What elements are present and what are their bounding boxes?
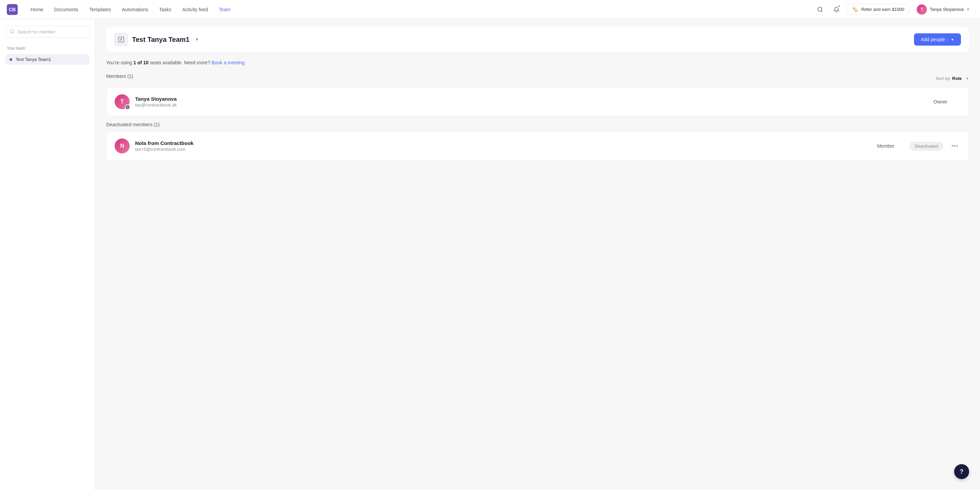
nav-links: Home Documents Templates Automations Tas… (26, 5, 814, 14)
deactivated-section-title: Deactivated members (1) (106, 122, 969, 127)
seats-prefix: You're using (106, 60, 134, 65)
avatar-info-badge: i (125, 105, 130, 110)
user-avatar: T (917, 5, 927, 14)
member-info-nola: Nola from Contractbook tas+5@contractboo… (135, 140, 872, 152)
seats-info: You're using 1 of 10 seats available. Ne… (106, 60, 969, 65)
user-name: Tanya Stoyanova (930, 7, 964, 12)
search-input[interactable] (18, 29, 85, 34)
book-meeting-link[interactable]: Book a meeting (212, 60, 245, 65)
sort-value: Role (952, 76, 962, 81)
nav-right-area: 🏷️ Refer and earn $1000 T Tanya Stoyanov… (814, 3, 973, 16)
team-name: Test Tanya Team1 (132, 36, 189, 43)
user-chevron-icon: ▼ (966, 8, 970, 11)
member-card-nola: N Nola from Contractbook tas+5@contractb… (106, 131, 969, 161)
seats-suffix: seats available. Need more? (148, 60, 210, 65)
sort-chevron-icon: ▼ (966, 76, 969, 80)
sidebar-section-label: Your team (5, 46, 89, 51)
more-options-button[interactable]: ••• (949, 141, 961, 151)
seats-count: 1 of 10 (134, 60, 148, 65)
sort-label: Sort by: (936, 76, 951, 81)
add-people-label: Add people (921, 37, 945, 42)
member-role: Owner (933, 99, 961, 105)
user-menu-button[interactable]: T Tanya Stoyanova ▼ (913, 3, 973, 16)
team-chevron-icon[interactable]: ▼ (195, 37, 199, 42)
add-people-button[interactable]: Add people ▼ (914, 33, 961, 46)
svg-point-1 (11, 30, 14, 33)
nav-activity-feed[interactable]: Activity feed (178, 5, 213, 14)
sidebar-item-label: Test Tanya Team1 (16, 57, 51, 62)
notifications-button[interactable] (830, 3, 843, 16)
nav-team[interactable]: Team (214, 5, 235, 14)
nav-tasks[interactable]: Tasks (154, 5, 176, 14)
member-name-nola: Nola from Contractbook (135, 140, 872, 146)
refer-label: Refer and earn $1000 (861, 7, 904, 12)
team-header: Test Tanya Team1 ▼ Add people ▼ (106, 27, 969, 52)
refer-icon: 🏷️ (852, 6, 859, 13)
member-name: Tanya Stoyanova (135, 96, 928, 102)
member-avatar-nola: N (115, 138, 130, 153)
member-email: tas@contractbook.dk (135, 102, 928, 108)
nav-automations[interactable]: Automations (117, 5, 153, 14)
sidebar-dot-icon (10, 58, 12, 61)
app-logo[interactable]: CB (7, 4, 18, 15)
sidebar-item-test-tanya-team1[interactable]: Test Tanya Team1 (5, 54, 89, 65)
deactivated-badge: Deactivated (910, 142, 943, 150)
team-title-area: Test Tanya Team1 ▼ (115, 33, 199, 46)
add-people-chevron-icon: ▼ (948, 38, 954, 41)
members-section-title: Members (1) (106, 73, 133, 79)
nav-documents[interactable]: Documents (49, 5, 83, 14)
nav-home[interactable]: Home (26, 5, 48, 14)
search-button[interactable] (814, 3, 826, 16)
team-icon (115, 33, 128, 46)
sidebar: Your team Test Tanya Team1 (0, 19, 95, 490)
main-layout: Your team Test Tanya Team1 Test Tanya Te… (0, 19, 980, 490)
refer-button[interactable]: 🏷️ Refer and earn $1000 (846, 4, 909, 15)
main-content: Test Tanya Team1 ▼ Add people ▼ You're u… (95, 19, 980, 490)
sidebar-search-icon (10, 29, 14, 35)
notification-dot (838, 5, 840, 8)
help-button[interactable]: ? (954, 464, 969, 479)
svg-point-0 (818, 7, 822, 11)
member-search-box[interactable] (5, 26, 89, 38)
member-email-nola: tas+5@contractbook.com (135, 147, 872, 152)
member-avatar-tanya: T i (115, 94, 130, 109)
sort-control[interactable]: Sort by: Role ▼ (936, 76, 969, 81)
member-info-tanya: Tanya Stoyanova tas@contractbook.dk (135, 96, 928, 108)
help-icon: ? (960, 468, 964, 476)
nav-templates[interactable]: Templates (84, 5, 116, 14)
top-navigation: CB Home Documents Templates Automations … (0, 0, 980, 19)
member-card-tanya: T i Tanya Stoyanova tas@contractbook.dk … (106, 87, 969, 116)
member-role-nola: Member (877, 143, 904, 149)
members-sort-bar: Members (1) Sort by: Role ▼ (106, 73, 969, 83)
